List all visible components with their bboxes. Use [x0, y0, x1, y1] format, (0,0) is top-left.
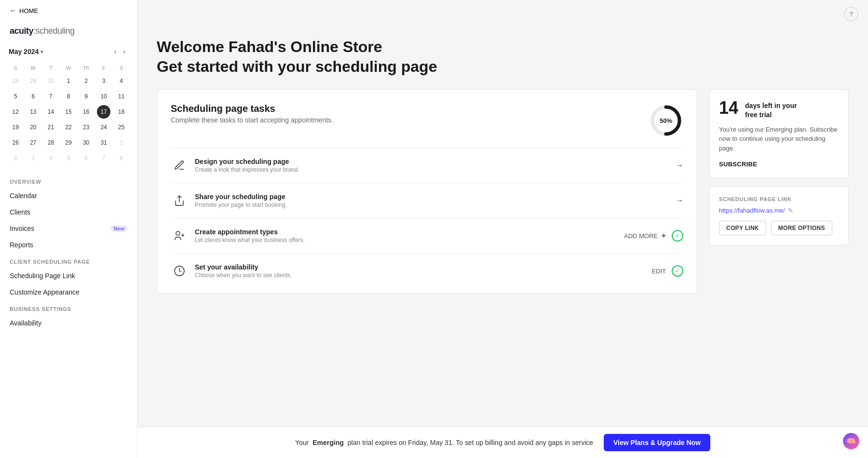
calendar-day[interactable]: 4 [115, 74, 128, 88]
calendar-day[interactable]: 18 [115, 105, 128, 119]
copy-link-button[interactable]: COPY LINK [719, 221, 766, 235]
calendar-day[interactable]: 25 [115, 121, 128, 134]
back-home-button[interactable]: ← HOME [0, 0, 137, 21]
sidebar-item-reports[interactable]: Reports [0, 237, 137, 253]
task-availability: Set your availability Choose when you wa… [171, 253, 683, 288]
task-design-arrow[interactable]: → [676, 161, 683, 170]
progress-donut: 50% [649, 103, 683, 138]
task-share-arrow[interactable]: → [676, 196, 683, 205]
business-settings-label: BUSINESS SETTINGS [0, 300, 137, 315]
calendar-day[interactable]: 11 [115, 90, 128, 103]
tasks-header: Scheduling page tasks Complete these tas… [171, 103, 683, 138]
calendar-day[interactable]: 16 [80, 105, 93, 119]
calendar-day[interactable]: 14 [44, 105, 57, 119]
sidebar-item-scheduling-page-link[interactable]: Scheduling Page Link [0, 268, 137, 284]
calendar-next-button[interactable]: › [120, 46, 128, 57]
task-appointment-action[interactable]: ADD MORE + ✓ [624, 230, 683, 242]
task-appointment-check: ✓ [672, 230, 683, 242]
content-grid: Scheduling page tasks Complete these tas… [157, 89, 849, 294]
task-availability-action[interactable]: EDIT ✓ [651, 265, 683, 277]
calendar-month-selector[interactable]: May 2024 ▾ [9, 48, 43, 55]
link-actions: COPY LINK MORE OPTIONS [719, 221, 839, 235]
calendar-day[interactable]: 5 [9, 90, 22, 103]
calendar-day[interactable]: 6 [80, 151, 93, 165]
scheduling-url-link[interactable]: https://fahadflow.as.me/ ✎ [719, 207, 839, 214]
sidebar-item-clients[interactable]: Clients [0, 204, 137, 220]
calendar-day[interactable]: 13 [27, 105, 40, 119]
calendar-week: 12131415161718 [7, 105, 130, 119]
calendar-day[interactable]: 3 [27, 151, 40, 165]
client-scheduling-label: CLIENT SCHEDULING PAGE [0, 253, 137, 268]
banner-plan-name: Emerging [312, 439, 344, 446]
calendar-day[interactable]: 9 [80, 90, 93, 103]
calendar-day[interactable]: 1 [115, 136, 128, 149]
calendar-day[interactable]: 5 [62, 151, 75, 165]
calendar-day[interactable]: 3 [97, 74, 110, 88]
help-button[interactable]: ? [844, 7, 858, 21]
sidebar-logo: acuity:scheduling [0, 21, 137, 44]
edit-text[interactable]: EDIT [651, 268, 666, 275]
calendar-prev-button[interactable]: ‹ [111, 46, 120, 57]
calendar-day[interactable]: 19 [9, 121, 22, 134]
calendar-month-label: May 2024 [9, 48, 39, 55]
task-design-title: Design your scheduling page [195, 158, 669, 165]
calendar-day[interactable]: 10 [97, 90, 110, 103]
chevron-down-icon: ▾ [41, 49, 43, 54]
calendar-day[interactable]: 31 [97, 136, 110, 149]
calendar-day[interactable]: 1 [62, 74, 75, 88]
calendar-day[interactable]: 2 [80, 74, 93, 88]
calendar-day[interactable]: 22 [62, 121, 75, 134]
day-label-thu: Th [77, 64, 95, 72]
day-label-tue: T [42, 64, 60, 72]
sidebar-clients-label: Clients [10, 208, 30, 216]
design-icon [171, 157, 188, 174]
task-availability-content: Set your availability Choose when you wa… [195, 263, 645, 279]
calendar-day[interactable]: 28 [44, 136, 57, 149]
calendar-week: 2627282930311 [7, 135, 130, 150]
calendar-day[interactable]: 7 [97, 151, 110, 165]
calendar-day[interactable]: 8 [115, 151, 128, 165]
sidebar-item-availability[interactable]: Availability [0, 315, 137, 331]
task-availability-title: Set your availability [195, 263, 645, 271]
calendar-day[interactable]: 2 [9, 151, 22, 165]
sidebar-item-calendar[interactable]: Calendar [0, 188, 137, 204]
task-share: Share your scheduling page Promote your … [171, 183, 683, 218]
subscribe-button[interactable]: SUBSCRIBE [719, 161, 757, 168]
invoices-new-badge: New [110, 225, 127, 232]
more-options-button[interactable]: MORE OPTIONS [771, 221, 832, 235]
sidebar-item-customize-appearance[interactable]: Customize Appearance [0, 284, 137, 300]
calendar-header: May 2024 ▾ ‹ › [7, 44, 130, 59]
upgrade-button[interactable]: View Plans & Upgrade Now [604, 434, 710, 451]
edit-url-icon[interactable]: ✎ [788, 207, 793, 214]
calendar-day[interactable]: 30 [80, 136, 93, 149]
calendar-day[interactable]: 4 [44, 151, 57, 165]
calendar-navigation: ‹ › [111, 46, 128, 57]
acuity-chat-icon[interactable]: 🧠 [843, 433, 859, 449]
add-more-text[interactable]: ADD MORE + [624, 231, 666, 240]
scheduling-link-panel: SCHEDULING PAGE LINK https://fahadflow.a… [709, 186, 849, 245]
calendar-day[interactable]: 26 [9, 136, 22, 149]
calendar-day[interactable]: 8 [62, 90, 75, 103]
trial-days-section: 14 days left in yourfree trial [719, 99, 839, 119]
calendar-day[interactable]: 30 [44, 74, 57, 88]
app-logo-text: acuity:scheduling [10, 26, 127, 36]
calendar-day[interactable]: 23 [80, 121, 93, 134]
calendar-day[interactable]: 17 [97, 105, 110, 119]
day-label-sat: S [112, 64, 130, 72]
calendar-day[interactable]: 28 [9, 74, 22, 88]
task-appointment-title: Create appointment types [195, 228, 617, 236]
calendar-day[interactable]: 27 [27, 136, 40, 149]
calendar-day[interactable]: 12 [9, 105, 22, 119]
banner-text-prefix: Your [295, 439, 309, 446]
sidebar-item-invoices[interactable]: Invoices New [0, 220, 137, 237]
calendar-day[interactable]: 21 [44, 121, 57, 134]
task-availability-check: ✓ [672, 265, 683, 277]
calendar-day[interactable]: 15 [62, 105, 75, 119]
bottom-banner: Your Emerging plan trial expires on Frid… [137, 427, 868, 458]
calendar-day[interactable]: 6 [27, 90, 40, 103]
calendar-day[interactable]: 20 [27, 121, 40, 134]
calendar-day[interactable]: 7 [44, 90, 57, 103]
calendar-day[interactable]: 29 [62, 136, 75, 149]
calendar-day[interactable]: 29 [27, 74, 40, 88]
calendar-day[interactable]: 24 [97, 121, 110, 134]
